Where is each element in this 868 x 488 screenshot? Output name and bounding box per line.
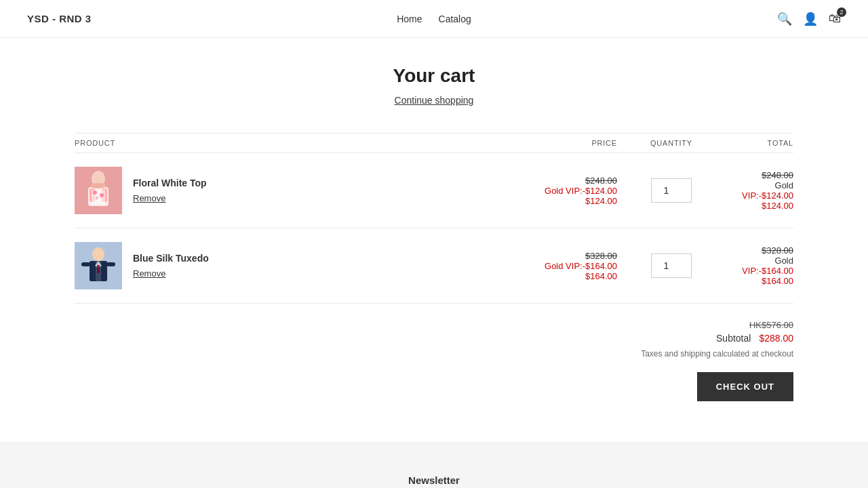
price-gold-vip-label-2: Gold VIP:-$164.00 <box>522 261 617 271</box>
remove-item-2-button[interactable]: Remove <box>133 268 165 279</box>
price-final-2: $164.00 <box>522 271 617 281</box>
svg-point-7 <box>93 190 97 195</box>
cart-item-price-1: $248.00 Gold VIP:-$124.00 $124.00 <box>522 176 631 206</box>
total-original-2: $328.00 <box>712 245 793 256</box>
main-nav: Home Catalog <box>397 14 471 24</box>
newsletter-title: Newsletter <box>14 474 854 486</box>
cart-item-product-2: Blue Silk Tuxedo Remove <box>75 242 522 289</box>
nav-home[interactable]: Home <box>397 14 422 24</box>
subtotal-main-line: Subtotal $288.00 <box>716 333 793 344</box>
cart-item-qty-2 <box>631 253 712 278</box>
cart-item-product-1: Floral White Top Remove <box>75 167 522 214</box>
header-total: TOTAL <box>712 139 793 147</box>
subtotal-original-line: HK$576.00 <box>749 320 793 330</box>
product-image-2 <box>75 242 122 289</box>
header-product: PRODUCT <box>75 139 522 147</box>
quantity-input-1[interactable] <box>651 178 692 203</box>
price-gold-vip-label-1: Gold VIP:-$124.00 <box>522 186 617 196</box>
total-final-1: $124.00 <box>712 201 793 211</box>
header-icons: 🔍 👤 🛍 2 <box>777 12 841 26</box>
cart-table-header: PRODUCT PRICE QUANTITY TOTAL <box>75 133 793 153</box>
cart-item-total-2: $328.00 Gold VIP:-$164.00 $164.00 <box>712 245 793 286</box>
svg-rect-15 <box>97 265 100 273</box>
cart-item: Blue Silk Tuxedo Remove $328.00 Gold VIP… <box>75 228 793 304</box>
cart-item-info-1: Floral White Top Remove <box>133 178 207 203</box>
header-quantity: QUANTITY <box>631 139 712 147</box>
svg-point-8 <box>100 193 104 197</box>
price-original-2: $328.00 <box>522 251 617 261</box>
subtotal-value: $288.00 <box>759 333 793 344</box>
site-footer: Newsletter SUBSCRIBE <box>0 442 868 488</box>
subtotal-original: HK$576.00 <box>749 320 793 330</box>
cart-item-qty-1 <box>631 178 712 203</box>
account-icon[interactable]: 👤 <box>803 12 818 26</box>
price-final-1: $124.00 <box>522 196 617 206</box>
svg-point-9 <box>96 197 98 199</box>
subtotal-label: Subtotal <box>716 333 751 344</box>
total-gold-1: Gold <box>712 180 793 190</box>
page-title: Your cart <box>75 65 793 87</box>
price-original-1: $248.00 <box>522 176 617 186</box>
svg-rect-17 <box>106 262 115 266</box>
cart-item-price-2: $328.00 Gold VIP:-$164.00 $164.00 <box>522 251 631 281</box>
cart-item-name-1: Floral White Top <box>133 178 207 188</box>
cart-item: Floral White Top Remove $248.00 Gold VIP… <box>75 153 793 228</box>
site-logo: YSD - RND 3 <box>27 13 92 24</box>
cart-badge: 2 <box>837 7 846 17</box>
search-icon[interactable]: 🔍 <box>777 12 792 26</box>
tax-note: Taxes and shipping calculated at checkou… <box>641 349 793 359</box>
total-vip-1: VIP:-$124.00 <box>712 190 793 201</box>
total-gold-2: Gold <box>712 256 793 266</box>
main-content: Your cart Continue shopping PRODUCT PRIC… <box>61 38 807 442</box>
cart-item-name-2: Blue Silk Tuxedo <box>133 253 209 264</box>
cart-item-info-2: Blue Silk Tuxedo Remove <box>133 253 209 279</box>
total-original-1: $248.00 <box>712 170 793 180</box>
total-final-2: $164.00 <box>712 276 793 286</box>
site-header: YSD - RND 3 Home Catalog 🔍 👤 🛍 2 <box>0 0 868 38</box>
total-vip-2: VIP:-$164.00 <box>712 266 793 276</box>
header-price: PRICE <box>522 139 631 147</box>
svg-rect-16 <box>81 262 90 266</box>
subtotal-section: HK$576.00 Subtotal $288.00 Taxes and shi… <box>75 320 793 401</box>
cart-icon[interactable]: 🛍 2 <box>829 12 841 26</box>
product-image-1 <box>75 167 122 214</box>
svg-point-11 <box>92 247 104 261</box>
quantity-input-2[interactable] <box>651 253 692 278</box>
cart-item-total-1: $248.00 Gold VIP:-$124.00 $124.00 <box>712 170 793 211</box>
continue-shopping-link[interactable]: Continue shopping <box>395 95 474 106</box>
remove-item-1-button[interactable]: Remove <box>133 193 165 203</box>
checkout-button[interactable]: CHECK OUT <box>697 372 793 401</box>
svg-point-3 <box>90 183 106 188</box>
continue-shopping-section: Continue shopping <box>75 95 793 106</box>
nav-catalog[interactable]: Catalog <box>439 14 471 24</box>
